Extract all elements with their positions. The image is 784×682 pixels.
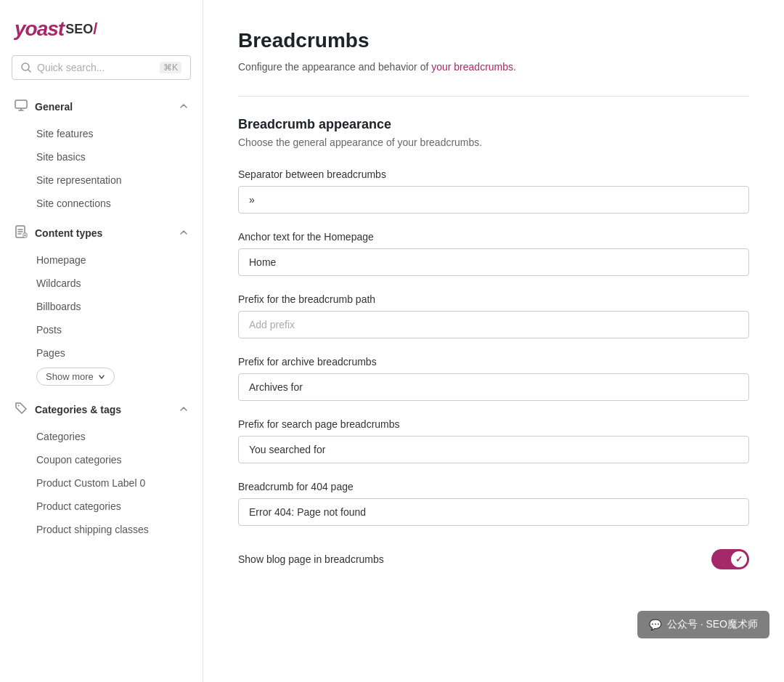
svg-line-1	[28, 70, 30, 72]
nav-item-site-connections[interactable]: Site connections	[0, 192, 203, 215]
chevron-down-icon	[98, 373, 105, 381]
search-box[interactable]: Quick search... ⌘K	[12, 55, 191, 80]
nav-item-site-features[interactable]: Site features	[0, 122, 203, 145]
tag-icon	[15, 402, 28, 418]
nav-item-site-basics[interactable]: Site basics	[0, 145, 203, 169]
nav-item-billboards[interactable]: Billboards	[0, 295, 203, 318]
toggle-row-blog-page: Show blog page in breadcrumbs ✓	[238, 543, 749, 575]
nav-item-pages[interactable]: Pages	[0, 341, 203, 365]
content-types-nav-items: Homepage Wildcards Billboards Posts Page…	[0, 248, 203, 386]
description-end: .	[513, 61, 516, 73]
document-icon	[15, 225, 28, 241]
nav-item-wildcards[interactable]: Wildcards	[0, 272, 203, 295]
prefix-search-input[interactable]	[238, 436, 749, 463]
field-group-prefix-path: Prefix for the breadcrumb path	[238, 293, 749, 338]
nav-item-product-categories[interactable]: Product categories	[0, 495, 203, 518]
chevron-up-icon-2	[179, 227, 188, 240]
search-shortcut: ⌘K	[160, 62, 181, 73]
watermark-text: 公众号 · SEO魔术师	[667, 618, 758, 631]
chevron-up-icon-3	[179, 403, 188, 416]
nav-item-posts[interactable]: Posts	[0, 318, 203, 341]
nav-item-site-representation[interactable]: Site representation	[0, 169, 203, 192]
logo-slash: /	[93, 20, 97, 38]
prefix-archive-input[interactable]	[238, 373, 749, 401]
page-description: Configure the appearance and behavior of…	[238, 61, 749, 73]
breadcrumb-404-input[interactable]	[238, 498, 749, 526]
toggle-knob: ✓	[731, 551, 747, 567]
toggle-blog-page[interactable]: ✓	[711, 549, 749, 569]
nav-item-homepage[interactable]: Homepage	[0, 248, 203, 272]
page-title: Breadcrumbs	[238, 29, 749, 52]
nav-item-coupon-categories[interactable]: Coupon categories	[0, 448, 203, 471]
section-title: Breadcrumb appearance	[238, 117, 749, 132]
logo-yoast: yoast	[15, 17, 64, 41]
show-more-label: Show more	[46, 371, 94, 382]
breadcrumbs-link[interactable]: your breadcrumbs	[431, 61, 513, 73]
field-label-breadcrumb-404: Breadcrumb for 404 page	[238, 481, 749, 492]
svg-rect-2	[15, 100, 27, 108]
nav-section-categories-tags-header[interactable]: Categories & tags	[0, 394, 203, 425]
general-section-label: General	[35, 101, 172, 113]
field-label-prefix-archive: Prefix for archive breadcrumbs	[238, 356, 749, 368]
svg-point-12	[18, 405, 20, 407]
search-icon	[21, 62, 31, 73]
search-placeholder: Quick search...	[37, 62, 154, 73]
nav-section-general-header[interactable]: General	[0, 92, 203, 122]
nav-section-categories-tags: Categories & tags Categories Coupon cate…	[0, 394, 203, 541]
field-group-breadcrumb-404: Breadcrumb for 404 page	[238, 481, 749, 526]
categories-tags-nav-items: Categories Coupon categories Product Cus…	[0, 425, 203, 541]
main-content: Breadcrumbs Configure the appearance and…	[203, 0, 784, 682]
logo: yoast SEO/	[0, 0, 203, 55]
field-group-anchor-text: Anchor text for the Homepage	[238, 231, 749, 276]
section-divider	[238, 96, 749, 97]
field-label-prefix-path: Prefix for the breadcrumb path	[238, 293, 749, 305]
anchor-text-input[interactable]	[238, 248, 749, 276]
watermark-icon: 💬	[649, 619, 661, 630]
field-group-prefix-search: Prefix for search page breadcrumbs	[238, 418, 749, 463]
field-label-separator: Separator between breadcrumbs	[238, 169, 749, 180]
field-group-prefix-archive: Prefix for archive breadcrumbs	[238, 356, 749, 401]
nav-item-product-shipping[interactable]: Product shipping classes	[0, 518, 203, 541]
content-types-section-label: Content types	[35, 227, 172, 239]
sidebar: yoast SEO/ Quick search... ⌘K General	[0, 0, 203, 682]
field-label-prefix-search: Prefix for search page breadcrumbs	[238, 418, 749, 430]
logo-seo: SEO	[65, 22, 93, 37]
categories-tags-section-label: Categories & tags	[35, 404, 172, 415]
toggle-label-blog-page: Show blog page in breadcrumbs	[238, 553, 384, 565]
monitor-icon	[15, 99, 28, 115]
nav-section-content-types-header[interactable]: Content types	[0, 218, 203, 248]
section-subtitle: Choose the general appearance of your br…	[238, 137, 749, 148]
chevron-up-icon	[179, 100, 188, 113]
nav-item-product-custom-label[interactable]: Product Custom Label 0	[0, 471, 203, 495]
watermark-overlay: 💬 公众号 · SEO魔术师	[637, 611, 769, 638]
separator-input[interactable]	[238, 186, 749, 214]
nav-section-content-types: Content types Homepage Wildcards Billboa…	[0, 218, 203, 391]
show-more-button[interactable]: Show more	[36, 368, 115, 386]
toggle-check-icon: ✓	[735, 554, 743, 564]
nav-item-categories[interactable]: Categories	[0, 425, 203, 448]
prefix-path-input[interactable]	[238, 311, 749, 338]
description-text: Configure the appearance and behavior of	[238, 61, 431, 73]
field-label-anchor-text: Anchor text for the Homepage	[238, 231, 749, 243]
field-group-separator: Separator between breadcrumbs	[238, 169, 749, 214]
general-nav-items: Site features Site basics Site represent…	[0, 122, 203, 215]
nav-section-general: General Site features Site basics Site r…	[0, 92, 203, 215]
